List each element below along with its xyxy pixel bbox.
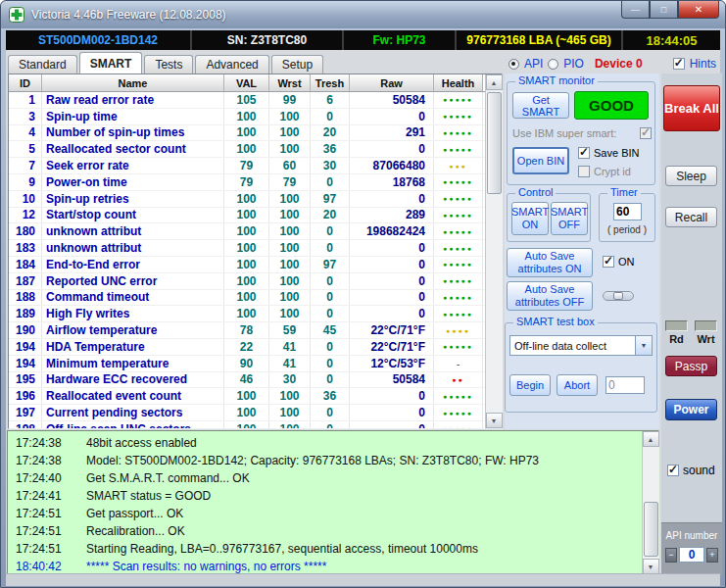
column-header-tresh[interactable]: Tresh (311, 74, 350, 91)
smart-attribute-row-196[interactable]: 196Reallocated event count100100360●●●●● (9, 388, 485, 405)
minimize-button[interactable]: — (621, 1, 650, 19)
column-header-health[interactable]: Health (434, 74, 483, 91)
save-bin-checkbox[interactable] (578, 147, 590, 159)
smart-attribute-row-188[interactable]: 188Command timeout10010000●●●●● (9, 290, 485, 307)
smart-attribute-row-1[interactable]: 1Raw read error rate10599650584●●●●● (9, 92, 485, 109)
column-header-id[interactable]: ID (9, 74, 42, 91)
table-scroll-thumb[interactable] (487, 92, 502, 194)
recall-button[interactable]: Recall (665, 207, 717, 227)
cell-val: 100 (224, 421, 269, 428)
log-scroll-thumb[interactable] (644, 502, 658, 557)
column-header-name[interactable]: Name (42, 74, 224, 91)
cell-wrst: 79 (269, 174, 311, 190)
smart-attribute-row-4[interactable]: 4Number of spin-up times10010020291●●●●● (9, 125, 485, 142)
cell-raw: 289 (350, 208, 434, 223)
cell-raw: 0 (350, 405, 434, 420)
cell-id: 10 (9, 191, 42, 207)
test-value-input[interactable] (605, 376, 645, 394)
smart-attribute-row-9[interactable]: 9Power-on time7979018768●●●●● (9, 174, 485, 191)
log-scrollbar[interactable]: ▲ ▼ (642, 431, 658, 574)
api-number-input[interactable] (679, 547, 704, 563)
begin-button[interactable]: Begin (509, 374, 551, 396)
save-bin-row: Save BIN (578, 147, 639, 159)
timer-input[interactable] (613, 203, 642, 220)
cell-raw: 0 (350, 240, 434, 256)
tab-standard[interactable]: Standard (8, 55, 77, 74)
cell-wrst: 100 (269, 208, 311, 223)
control-group: Control SMART ON SMART OFF (507, 193, 591, 242)
tab-setup[interactable]: Setup (271, 55, 323, 74)
cell-raw: 0 (350, 306, 434, 321)
power-button[interactable]: Power (665, 399, 717, 420)
get-smart-button[interactable]: Get SMART (512, 92, 569, 119)
api-increment-button[interactable]: + (706, 548, 718, 563)
smart-attribute-row-5[interactable]: 5Reallocated sector count100100360●●●●● (9, 141, 485, 158)
column-header-raw[interactable]: Raw (350, 74, 434, 91)
crypt-id-checkbox[interactable] (578, 166, 590, 177)
smart-attribute-row-190[interactable]: 190Airflow temperature78594522°C/71°F●●●… (9, 322, 485, 339)
smart-attribute-row-187[interactable]: 187Reported UNC error10010000●●●●● (9, 273, 485, 290)
close-button[interactable]: ✕ (678, 1, 719, 19)
passport-button[interactable]: Passp (665, 356, 717, 376)
auto-save-on-button[interactable]: Auto Save attributes ON (507, 248, 593, 277)
dropdown-arrow-icon[interactable]: ▼ (635, 336, 652, 355)
smart-attribute-row-197[interactable]: 197Current pending sectors10010000●●●●● (9, 405, 485, 421)
timer-on-row: ON (603, 256, 635, 268)
smart-on-button[interactable]: SMART ON (511, 202, 549, 235)
cell-tresh: 0 (311, 240, 350, 256)
smart-attribute-row-12[interactable]: 12Start/stop count10010020289●●●●● (9, 208, 485, 224)
slider-thumb[interactable] (613, 292, 623, 300)
cell-health: ●●●●● (434, 208, 483, 223)
api-radio[interactable] (508, 59, 519, 70)
tab-advanced[interactable]: Advanced (195, 55, 268, 74)
open-bin-button[interactable]: Open BIN (512, 147, 569, 174)
cell-val: 100 (224, 240, 269, 256)
smart-attribute-row-180[interactable]: 180unknown attribut1001000198682424●●●●● (9, 223, 485, 240)
log-scroll-up-icon[interactable]: ▲ (643, 431, 659, 447)
sleep-button[interactable]: Sleep (665, 166, 717, 186)
sound-checkbox[interactable] (667, 465, 679, 476)
smart-off-button[interactable]: SMART OFF (551, 202, 588, 235)
ibm-smart-checkbox[interactable] (640, 127, 652, 139)
smart-attribute-row-194[interactable]: 194HDA Temperature2241022°C/71°F●●●●● (9, 339, 485, 356)
cell-name: Reported UNC error (42, 273, 224, 289)
smart-attribute-row-194[interactable]: 194Minimum temperature9041012°C/53°F- (9, 356, 485, 372)
auto-save-off-button[interactable]: Auto Save attributes OFF (507, 281, 593, 311)
smart-attribute-row-198[interactable]: 198Off-line scan UNC sectors10010000●●●●… (9, 421, 485, 428)
ibm-smart-label: Use IBM super smart: (512, 127, 616, 139)
break-all-button[interactable]: Break All (663, 85, 720, 131)
cell-id: 197 (9, 405, 42, 420)
hints-checkbox[interactable] (673, 58, 685, 70)
api-number-label: API number (661, 523, 722, 541)
smart-attribute-row-189[interactable]: 189High Fly writes10010000●●●●● (9, 306, 485, 322)
log-scroll-down-icon[interactable]: ▼ (643, 559, 659, 574)
abort-button[interactable]: Abort (557, 374, 598, 396)
log-line: 17:24:51Starting Reading, LBA=0..9767731… (16, 540, 642, 558)
pio-radio[interactable] (548, 59, 558, 70)
smart-attribute-row-10[interactable]: 10Spin-up retries100100970●●●●● (9, 191, 485, 208)
cell-val: 100 (224, 109, 269, 124)
titlebar[interactable]: Victoria 4.46b Freeware (12.08.2008) — □… (1, 1, 725, 28)
device-label: Device 0 (595, 57, 643, 71)
smart-test-select[interactable]: Off-line data collect ▼ (509, 335, 653, 356)
column-header-val[interactable]: VAL (224, 74, 269, 91)
scroll-down-icon[interactable]: ▼ (486, 413, 503, 428)
smart-attribute-row-183[interactable]: 183unknown attribut10010000●●●●● (9, 240, 485, 257)
tab-smart[interactable]: SMART (79, 52, 143, 74)
api-number-block: API number − + (661, 522, 722, 575)
column-header-wrst[interactable]: Wrst (269, 74, 311, 91)
action-column: Break All Sleep Recall Rd Wrt Passp Powe… (661, 74, 722, 575)
smart-attribute-row-7[interactable]: 7Seek error rate79603087066480●●● (9, 158, 485, 174)
smart-attribute-row-3[interactable]: 3Spin-up time10010000●●●●● (9, 109, 485, 125)
tab-tests[interactable]: Tests (144, 55, 193, 74)
cell-val: 100 (224, 306, 269, 321)
smart-attribute-row-184[interactable]: 184End-to-End error100100970●●●●● (9, 257, 485, 273)
table-scrollbar[interactable]: ▲ ▼ (485, 74, 502, 428)
scroll-up-icon[interactable]: ▲ (486, 74, 503, 90)
maximize-button[interactable]: □ (650, 1, 678, 19)
drive-capacity: 976773168 LBA (~465 GB) (457, 30, 623, 50)
smart-attribute-row-195[interactable]: 195Hardware ECC recovered4630050584●● (9, 372, 485, 389)
timer-on-checkbox[interactable] (603, 256, 614, 268)
api-decrement-button[interactable]: − (665, 548, 677, 563)
timer-slider[interactable] (603, 291, 634, 301)
